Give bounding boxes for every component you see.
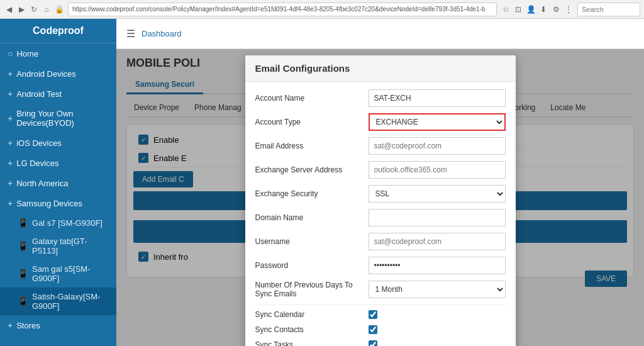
input-password[interactable] bbox=[369, 257, 506, 274]
form-row-username: Username bbox=[255, 233, 506, 250]
form-row-domain: Domain Name bbox=[255, 209, 506, 226]
lock-icon: 🔒 bbox=[54, 4, 64, 14]
sidebar-item-samsung-devices[interactable]: + Samsung Devices bbox=[0, 193, 116, 213]
form-row-exchange-server: Exchange Server Address bbox=[255, 161, 506, 179]
device-icon-0: 📱 bbox=[18, 218, 28, 228]
sidebar-item-ios[interactable]: + iOS Devices bbox=[0, 133, 116, 153]
bookmark-icon[interactable]: ⊡ bbox=[513, 4, 523, 14]
sidebar-item-home[interactable]: ○ Home bbox=[0, 43, 116, 64]
refresh-icon[interactable]: ↻ bbox=[29, 4, 39, 14]
download-icon[interactable]: ⬇ bbox=[538, 4, 548, 14]
star-icon[interactable]: ☆ bbox=[501, 4, 511, 14]
forward-icon[interactable]: ▶ bbox=[16, 4, 26, 14]
plus-icon-0: + bbox=[8, 69, 13, 79]
sidebar-item-byod[interactable]: + Bring Your Own Devices(BYOD) bbox=[0, 104, 116, 133]
sidebar-sub-item-galaxy-tab[interactable]: 📱 Galaxy tab[GT-P5113] bbox=[0, 232, 116, 260]
sidebar-item-android-devices[interactable]: + Android Devices bbox=[0, 64, 116, 84]
label-sync-calendar: Sync Calendar bbox=[255, 310, 362, 319]
checkbox-sync-calendar[interactable] bbox=[369, 310, 377, 319]
browser-nav: ◀ ▶ ↻ ⌂ 🔒 bbox=[4, 4, 64, 14]
sidebar-sub-item-sam-gal-s5[interactable]: 📱 Sam gal s5[SM-G900F] bbox=[0, 260, 116, 287]
form-row-password: Password bbox=[255, 257, 506, 274]
input-domain[interactable] bbox=[369, 209, 506, 226]
checkbox-sync-tasks[interactable] bbox=[369, 340, 377, 346]
modal-body: Account Name Account Type EXCHANGE bbox=[245, 82, 516, 346]
browser-chrome: ◀ ▶ ↻ ⌂ 🔒 ☆ ⊡ 👤 ⬇ ⚙ ⋮ bbox=[0, 0, 644, 19]
form-row-exchange-security: Exchange Security SSL bbox=[255, 185, 506, 203]
address-bar[interactable] bbox=[68, 3, 497, 16]
sidebar-sub-item-satish-galaxy[interactable]: 📱 Satish-Galaxy[SM-G900F] bbox=[0, 287, 116, 315]
menu-icon[interactable]: ⋮ bbox=[564, 4, 574, 14]
modal-overlay: Email Configurations Account Name Accoun… bbox=[116, 49, 644, 346]
label-sync-tasks: Sync Tasks bbox=[255, 340, 362, 346]
plus-icon-4: + bbox=[8, 158, 13, 168]
form-row-email: Email Address bbox=[255, 137, 506, 155]
input-exchange-server[interactable] bbox=[369, 161, 506, 179]
form-row-sync-calendar: Sync Calendar bbox=[255, 310, 506, 319]
plus-icon-3: + bbox=[8, 138, 13, 148]
content-area: ☰ Dashboard MOBILE POLI Samsung Securi D… bbox=[116, 19, 644, 346]
email-config-modal: Email Configurations Account Name Accoun… bbox=[245, 55, 516, 346]
sidebar-item-north-america[interactable]: + North America bbox=[0, 173, 116, 193]
back-icon[interactable]: ◀ bbox=[4, 4, 14, 14]
home-circle-icon: ○ bbox=[8, 48, 13, 59]
select-account-type[interactable]: EXCHANGE bbox=[369, 113, 506, 131]
label-account-type: Account Type bbox=[255, 118, 362, 126]
label-exchange-server: Exchange Server Address bbox=[255, 165, 362, 174]
browser-search[interactable] bbox=[577, 3, 640, 16]
form-row-sync-tasks: Sync Tasks bbox=[255, 340, 506, 346]
label-account-name: Account Name bbox=[255, 94, 362, 103]
sidebar-brand: Codeproof bbox=[0, 19, 116, 43]
page-content: MOBILE POLI Samsung Securi Device Prope … bbox=[116, 49, 644, 346]
label-exchange-security: Exchange Security bbox=[255, 189, 362, 198]
home-icon[interactable]: ⌂ bbox=[42, 4, 52, 14]
form-row-sync-days: Number Of Previous Days To Sync Emails 1… bbox=[255, 281, 506, 298]
plus-icon-5: + bbox=[8, 178, 13, 188]
sidebar-item-lg[interactable]: + LG Devices bbox=[0, 153, 116, 173]
modal-title: Email Configurations bbox=[245, 55, 516, 82]
top-header: ☰ Dashboard bbox=[116, 19, 644, 49]
dashboard-link[interactable]: Dashboard bbox=[142, 29, 182, 38]
checkbox-sync-contacts[interactable] bbox=[369, 325, 377, 334]
plus-icon-6: + bbox=[8, 198, 13, 208]
label-password: Password bbox=[255, 261, 362, 270]
sidebar: Codeproof ○ Home + Android Devices + And… bbox=[0, 19, 116, 346]
plus-icon-1: + bbox=[8, 89, 13, 99]
browser-right-icons: ☆ ⊡ 👤 ⬇ ⚙ ⋮ bbox=[501, 4, 574, 14]
input-email[interactable] bbox=[369, 137, 506, 155]
form-row-account-type: Account Type EXCHANGE bbox=[255, 113, 506, 131]
device-icon-1: 📱 bbox=[18, 241, 28, 251]
sidebar-sub-item-gal-s7[interactable]: 📱 Gal s7 [SM-G930F] bbox=[0, 213, 116, 232]
form-row-sync-contacts: Sync Contacts bbox=[255, 325, 506, 334]
label-domain: Domain Name bbox=[255, 213, 362, 222]
modal-divider bbox=[255, 304, 506, 305]
input-account-name[interactable] bbox=[369, 89, 506, 107]
form-row-account-name: Account Name bbox=[255, 89, 506, 107]
settings-icon[interactable]: ⚙ bbox=[551, 4, 561, 14]
profile-icon[interactable]: 👤 bbox=[526, 4, 536, 14]
input-username[interactable] bbox=[369, 233, 506, 250]
device-icon-3: 📱 bbox=[18, 296, 28, 306]
device-icon-2: 📱 bbox=[18, 269, 28, 279]
plus-icon-2: + bbox=[8, 113, 13, 123]
sidebar-item-android-test[interactable]: + Android Test bbox=[0, 84, 116, 104]
sidebar-item-stores[interactable]: + Stores bbox=[0, 315, 116, 335]
select-exchange-security[interactable]: SSL bbox=[369, 185, 506, 203]
label-email: Email Address bbox=[255, 142, 362, 150]
label-sync-days: Number Of Previous Days To Sync Emails bbox=[255, 281, 362, 298]
plus-icon-stores: + bbox=[8, 320, 13, 330]
hamburger-icon[interactable]: ☰ bbox=[126, 28, 135, 40]
label-sync-contacts: Sync Contacts bbox=[255, 325, 362, 334]
select-sync-days[interactable]: 1 Month bbox=[369, 281, 506, 298]
label-username: Username bbox=[255, 237, 362, 246]
